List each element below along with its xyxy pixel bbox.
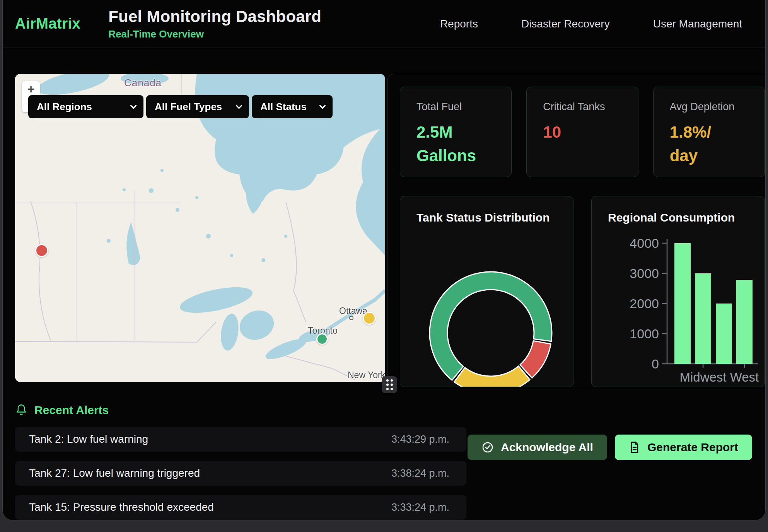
stats-row: Total Fuel 2.5M Gallons Critical Tanks 1… (400, 87, 765, 177)
status-filter-dropdown[interactable]: All Status (252, 95, 333, 118)
page-title: Fuel Monitoring Dashboard (108, 7, 321, 26)
fuel-type-filter-value: All Fuel Types (155, 101, 222, 113)
grip-icon[interactable] (382, 376, 397, 393)
stat-card-critical-tanks: Critical Tanks 10 (526, 87, 638, 177)
top-nav: Reports Disaster Recovery User Managemen… (440, 18, 742, 30)
stat-value: 1.8%/ day (670, 121, 748, 168)
nav-item-reports[interactable]: Reports (440, 18, 478, 30)
top-bar: AirMatrix Fuel Monitoring Dashboard Real… (3, 0, 765, 48)
alert-message: Tank 27: Low fuel warning triggered (29, 467, 200, 479)
alert-row[interactable]: Tank 27: Low fuel warning triggered3:38:… (15, 461, 466, 486)
stat-label: Avg Depletion (670, 101, 748, 113)
status-filter-value: All Status (260, 101, 307, 113)
alert-list: Tank 2: Low fuel warning3:43:29 p.m.Tank… (15, 427, 466, 520)
bar-2[interactable] (716, 304, 732, 364)
nav-item-disaster-recovery[interactable]: Disaster Recovery (521, 18, 610, 30)
page-subtitle: Real-Time Overview (108, 28, 321, 40)
x-tick-label: Midwest (679, 370, 726, 384)
nav-item-user-management[interactable]: User Management (653, 18, 742, 30)
acknowledge-all-button[interactable]: Acknowledge All (468, 435, 607, 460)
title-block: Fuel Monitoring Dashboard Real-Time Over… (108, 7, 321, 40)
alert-time: 3:33:24 p.m. (391, 501, 449, 513)
bell-icon (15, 404, 27, 417)
alerts-heading: Recent Alerts (15, 404, 754, 417)
regional-consumption-bar-chart: 01000200030004000MidwestWest (613, 225, 765, 387)
app-logo: AirMatrix (15, 15, 80, 32)
y-tick-label: 2000 (630, 296, 659, 311)
stat-card-total-fuel: Total Fuel 2.5M Gallons (400, 87, 512, 177)
tank-status-donut-chart (409, 215, 573, 387)
map-marker-warning[interactable] (363, 312, 376, 325)
y-tick-label: 3000 (630, 266, 659, 281)
y-tick-label: 1000 (630, 326, 659, 341)
alerts-heading-label: Recent Alerts (34, 404, 109, 417)
alert-message: Tank 15: Pressure threshold exceeded (29, 501, 214, 513)
chevron-down-icon (130, 102, 137, 109)
check-circle-icon (481, 441, 494, 454)
bar-svg: 01000200030004000MidwestWest (613, 225, 765, 387)
app-shell: AirMatrix Fuel Monitoring Dashboard Real… (2, 0, 766, 520)
map-label-ottawa: Ottawa (339, 306, 367, 316)
bar-west[interactable] (736, 280, 753, 364)
bar-0[interactable] (674, 243, 691, 364)
x-tick-label: West (730, 370, 759, 384)
alert-time: 3:38:24 p.m. (391, 467, 449, 479)
alert-time: 3:43:29 p.m. (391, 433, 449, 445)
donut-segment-warning[interactable] (454, 366, 530, 387)
stat-card-avg-depletion: Avg Depletion 1.8%/ day (653, 87, 765, 177)
map-marker-normal[interactable] (316, 333, 328, 345)
generate-report-label: Generate Report (647, 441, 738, 454)
chart-title: Regional Consumption (608, 211, 765, 224)
acknowledge-all-label: Acknowledge All (501, 441, 593, 454)
region-filter-dropdown[interactable]: All Regions (28, 95, 143, 118)
donut-segment-critical[interactable] (520, 341, 551, 378)
main-content: Canada Ottawa Toronto New York + − All R… (3, 48, 765, 389)
map-marker-critical[interactable] (35, 244, 48, 257)
map-label-new-york: New York (348, 370, 385, 380)
chevron-down-icon (236, 102, 242, 109)
region-filter-value: All Regions (37, 101, 92, 113)
alert-message: Tank 2: Low fuel warning (29, 433, 148, 445)
tank-status-chart-card: Tank Status Distribution (400, 196, 573, 387)
alert-actions: Acknowledge All Generate Report (468, 435, 752, 460)
recent-alerts-section: Recent Alerts Tank 2: Low fuel warning3:… (3, 389, 765, 520)
zoom-in-button[interactable]: + (22, 81, 40, 97)
fuel-type-filter-dropdown[interactable]: All Fuel Types (146, 95, 249, 118)
y-tick-label: 4000 (630, 236, 659, 251)
document-icon (629, 441, 640, 454)
map-wrap: Canada Ottawa Toronto New York + − All R… (15, 74, 385, 382)
stat-value: 10 (543, 121, 621, 144)
stat-label: Critical Tanks (543, 101, 621, 113)
regional-consumption-chart-card: Regional Consumption 01000200030004000Mi… (591, 196, 765, 387)
generate-report-button[interactable]: Generate Report (615, 435, 752, 460)
charts-row: Tank Status Distribution Regional Consum… (400, 196, 765, 387)
ottawa-town-dot (349, 316, 353, 320)
bar-midwest[interactable] (695, 273, 711, 364)
alert-row[interactable]: Tank 2: Low fuel warning3:43:29 p.m. (15, 427, 466, 452)
alert-row[interactable]: Tank 15: Pressure threshold exceeded3:33… (15, 495, 466, 520)
map-label-canada: Canada (124, 77, 162, 89)
stat-label: Total Fuel (416, 101, 495, 113)
donut-svg (409, 215, 573, 387)
metrics-panel: Total Fuel 2.5M Gallons Critical Tanks 1… (387, 74, 766, 389)
stat-value: 2.5M Gallons (416, 121, 495, 168)
map-filters: All Regions All Fuel Types All Status (28, 95, 333, 118)
y-tick-label: 0 (652, 356, 659, 371)
fuel-map[interactable]: Canada Ottawa Toronto New York + − All R… (15, 74, 385, 382)
chevron-down-icon (319, 102, 326, 109)
